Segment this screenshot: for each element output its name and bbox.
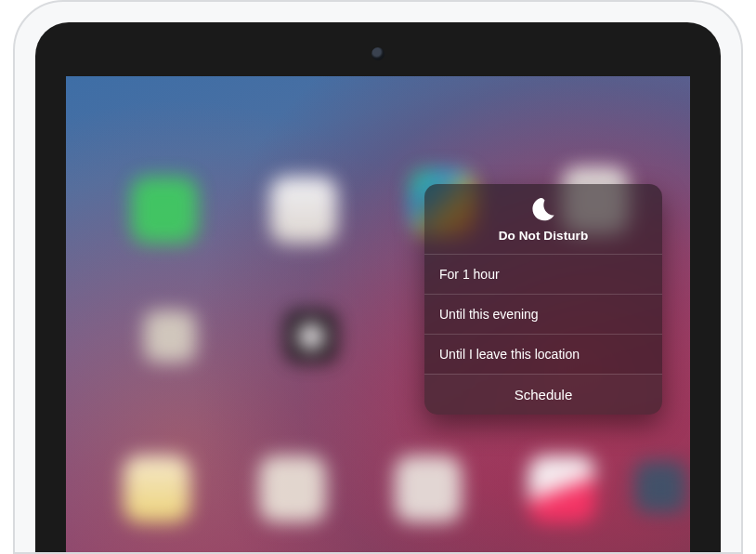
ipad-frame: Do Not Disturb For 1 hour Until this eve… (13, 0, 743, 554)
app-icon (528, 455, 595, 522)
app-icon (124, 455, 190, 522)
moon-icon (530, 197, 556, 223)
app-icon (259, 455, 326, 522)
dnd-option-leave-location[interactable]: Until I leave this location (424, 334, 662, 374)
app-icon (144, 310, 196, 363)
app-icon (270, 177, 337, 244)
ipad-screen: Do Not Disturb For 1 hour Until this eve… (66, 76, 690, 552)
do-not-disturb-popover: Do Not Disturb For 1 hour Until this eve… (424, 184, 662, 415)
dnd-header: Do Not Disturb (424, 184, 662, 254)
dnd-schedule-button[interactable]: Schedule (424, 374, 662, 415)
dnd-option-evening[interactable]: Until this evening (424, 294, 662, 334)
dnd-title: Do Not Disturb (436, 229, 651, 243)
app-icon (131, 177, 198, 244)
app-icon (634, 461, 686, 513)
front-camera (371, 47, 385, 60)
app-icon (285, 310, 337, 363)
dnd-option-1hour[interactable]: For 1 hour (424, 254, 662, 294)
app-icon (395, 455, 462, 522)
